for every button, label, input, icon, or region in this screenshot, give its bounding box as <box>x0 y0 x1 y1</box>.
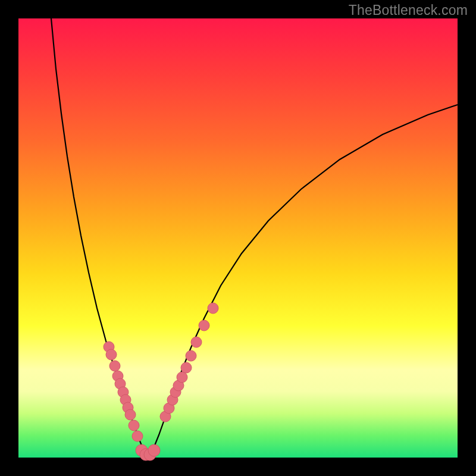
data-point <box>109 361 120 371</box>
data-markers <box>104 303 218 461</box>
chart-svg <box>18 18 458 458</box>
data-point <box>148 444 160 456</box>
data-point <box>191 337 202 347</box>
data-point <box>181 362 192 373</box>
data-point <box>177 372 187 383</box>
watermark-text: TheBottleneck.com <box>349 2 468 18</box>
data-point <box>186 350 196 361</box>
data-point <box>129 420 139 431</box>
data-point <box>199 320 209 331</box>
data-point <box>106 349 117 360</box>
data-point <box>208 303 218 314</box>
bottleneck-curve <box>51 18 458 455</box>
data-point <box>125 409 136 420</box>
data-point <box>132 431 143 441</box>
